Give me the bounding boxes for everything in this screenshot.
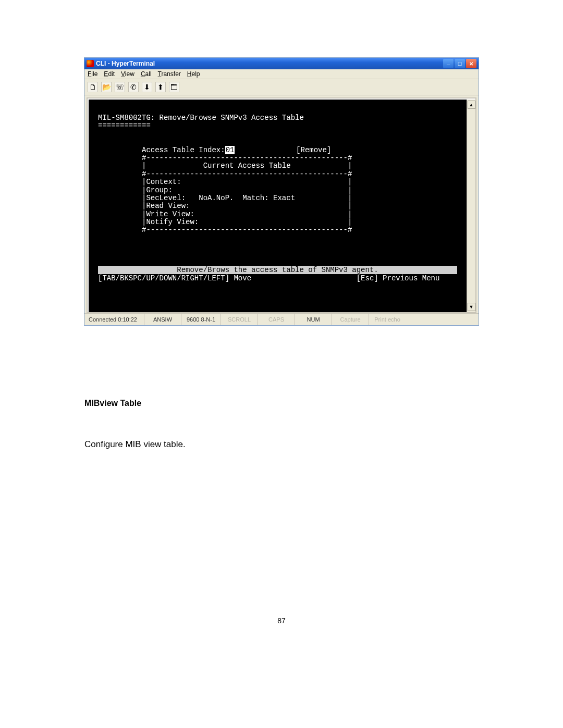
document-body: MIBview Table Configure MIB view table. … bbox=[84, 399, 479, 625]
vertical-scrollbar[interactable]: ▲ ▼ bbox=[467, 100, 475, 312]
status-printecho: Print echo bbox=[369, 314, 406, 325]
toolbar: 🗋 📂 ☏ ✆ ⬇ ⬆ 🗔 bbox=[84, 79, 479, 95]
open-icon[interactable]: 📂 bbox=[101, 82, 112, 92]
terminal-screen[interactable]: MIL-SM8002TG: Remove/Browse SNMPv3 Acces… bbox=[89, 100, 474, 312]
index-value[interactable]: 01 bbox=[225, 146, 235, 154]
index-label: Access Table Index: bbox=[142, 146, 225, 154]
maximize-button[interactable] bbox=[455, 59, 465, 68]
row-readview: |Read View: | bbox=[142, 202, 352, 210]
titlebar-left: CLI - HyperTerminal bbox=[87, 60, 155, 67]
terminal-header-underline: ============ bbox=[98, 121, 151, 130]
table-border-top: #---------------------------------------… bbox=[142, 154, 352, 162]
status-num: NUM bbox=[295, 314, 332, 325]
phone-icon[interactable]: ☏ bbox=[115, 82, 125, 92]
terminal-header: MIL-SM8002TG: Remove/Browse SNMPv3 Acces… bbox=[98, 114, 304, 122]
section-paragraph: Configure MIB view table. bbox=[84, 439, 479, 450]
hangup-icon[interactable]: ✆ bbox=[128, 82, 139, 92]
status-connected: Connected 0:10:22 bbox=[84, 314, 144, 325]
row-writeview: |Write View: | bbox=[142, 210, 352, 218]
menu-file[interactable]: File bbox=[88, 70, 97, 78]
row-seclevel: |SecLevel: NoA.NoP. Match: Exact | bbox=[142, 194, 352, 202]
section-heading: MIBview Table bbox=[84, 399, 479, 408]
status-scroll: SCROLL bbox=[221, 314, 258, 325]
row-group: |Group: | bbox=[142, 186, 352, 194]
menu-call[interactable]: Call bbox=[141, 70, 152, 78]
menubar: File Edit View Call Transfer Help bbox=[84, 69, 479, 79]
table-border-mid: #---------------------------------------… bbox=[142, 170, 352, 178]
footer-nav: [TAB/BKSPC/UP/DOWN/RIGHT/LEFT] Move bbox=[98, 274, 251, 282]
table-border-bot: #---------------------------------------… bbox=[142, 226, 352, 234]
table-title: | Current Access Table | bbox=[142, 162, 352, 170]
remove-action[interactable]: [Remove] bbox=[296, 146, 331, 154]
close-button[interactable] bbox=[466, 59, 476, 68]
titlebar: CLI - HyperTerminal bbox=[84, 58, 479, 69]
status-capture: Capture bbox=[332, 314, 369, 325]
menu-view[interactable]: View bbox=[121, 70, 134, 78]
window-buttons bbox=[443, 59, 476, 68]
status-emulation: ANSIW bbox=[144, 314, 181, 325]
statusbar: Connected 0:10:22 ANSIW 9600 8-N-1 SCROL… bbox=[84, 313, 479, 325]
row-notify: |Notify View: | bbox=[142, 218, 352, 226]
status-port: 9600 8-N-1 bbox=[181, 314, 221, 325]
send-icon[interactable]: ⬇ bbox=[142, 82, 152, 92]
status-message: Remove/Brows the access table of SNMPv3 … bbox=[98, 266, 457, 274]
menu-help[interactable]: Help bbox=[187, 70, 200, 78]
page-number: 87 bbox=[84, 616, 479, 625]
scroll-down-icon[interactable]: ▼ bbox=[468, 303, 475, 311]
footer-esc: [Esc] Previous Menu bbox=[357, 274, 440, 282]
receive-icon[interactable]: ⬆ bbox=[155, 82, 166, 92]
scroll-up-icon[interactable]: ▲ bbox=[468, 101, 475, 109]
document-page: CLI - HyperTerminal File Edit View Call … bbox=[0, 0, 563, 625]
status-caps: CAPS bbox=[258, 314, 295, 325]
hyperterminal-window: CLI - HyperTerminal File Edit View Call … bbox=[84, 57, 479, 326]
properties-icon[interactable]: 🗔 bbox=[169, 82, 179, 92]
menu-transfer[interactable]: Transfer bbox=[158, 70, 181, 78]
app-icon bbox=[87, 60, 94, 67]
terminal-container: MIL-SM8002TG: Remove/Browse SNMPv3 Acces… bbox=[87, 97, 476, 313]
menu-edit[interactable]: Edit bbox=[104, 70, 115, 78]
new-icon[interactable]: 🗋 bbox=[88, 82, 98, 92]
row-context: |Context: | bbox=[142, 178, 352, 186]
window-title: CLI - HyperTerminal bbox=[96, 60, 155, 67]
minimize-button[interactable] bbox=[443, 59, 454, 68]
